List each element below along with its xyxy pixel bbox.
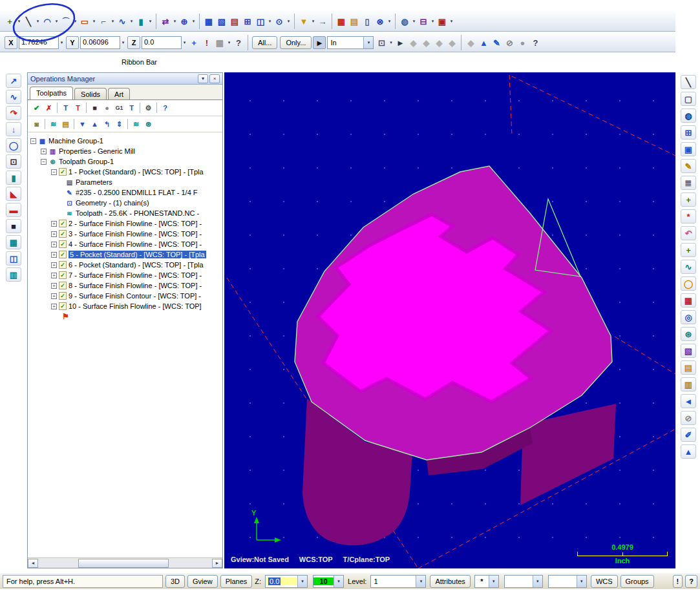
dropdown-arrow-icon[interactable]: ▾ xyxy=(430,19,436,24)
toolpath-circle-button[interactable]: ⊛ xyxy=(142,118,154,130)
reset-ops-button[interactable]: ✗ xyxy=(43,102,55,114)
solid-view-button[interactable]: ▮ xyxy=(6,171,21,185)
panel-menu-button[interactable]: ▾ xyxy=(198,74,208,83)
lock-button[interactable]: ◙ xyxy=(30,118,43,130)
groups-button[interactable]: Groups xyxy=(620,575,654,588)
line-width-select[interactable]: ▾ xyxy=(548,575,587,588)
expand-expander[interactable]: + xyxy=(51,231,57,237)
disable-button[interactable]: ⊘ xyxy=(681,411,696,425)
sketch-line-button[interactable]: ╲ xyxy=(681,75,696,89)
viewsheet-button[interactable]: ⊡ xyxy=(6,154,21,169)
create-surface-button[interactable]: ▮ xyxy=(134,15,147,28)
dropdown-arrow-icon[interactable]: ▾ xyxy=(411,19,417,24)
regenerate-button[interactable]: * xyxy=(681,209,696,224)
toolpath-display-button[interactable]: ≋ xyxy=(47,118,59,130)
raise-selection-button[interactable]: ▲ xyxy=(477,36,490,49)
regen-dirty-button[interactable]: T xyxy=(72,102,84,114)
zoom-out-button[interactable]: ↓ xyxy=(6,122,21,136)
tree-item-op-6[interactable]: + ✓ 6 - Pocket (Standard) - [WCS: TOP] -… xyxy=(28,260,222,270)
hatch-button[interactable]: ▧ xyxy=(681,344,696,358)
in-select[interactable]: In▾ xyxy=(327,36,374,49)
config-button[interactable]: ⚙ xyxy=(142,102,154,114)
world-coords-button[interactable]: ⊛ xyxy=(681,327,696,341)
fastpoint-button[interactable]: + xyxy=(187,36,200,49)
screen-grid-button[interactable]: ⊞ xyxy=(241,15,254,28)
ops-help-button[interactable]: ? xyxy=(159,102,171,114)
select-arrow-button[interactable]: → xyxy=(316,15,329,28)
view-options-button[interactable]: ◯ xyxy=(6,138,21,152)
tree-item-machine-group[interactable]: − ▦ Machine Group-1 xyxy=(28,136,222,146)
tree-item-op-10[interactable]: + ✓ 10 - Surface Finish Flowline - [WCS:… xyxy=(28,301,222,311)
dropdown-arrow-icon[interactable]: ▾ xyxy=(147,19,153,24)
screen-blank-button[interactable]: ▦ xyxy=(202,15,215,28)
tree-item-properties[interactable]: + ▥ Properties - Generic Mill xyxy=(28,146,222,156)
dropdown-arrow-icon[interactable]: ▾ xyxy=(449,19,454,24)
screen-statistics-button[interactable]: ▤ xyxy=(228,15,241,28)
backplot-button[interactable]: ■ xyxy=(89,102,101,114)
expand-collapse-button[interactable]: ⇕ xyxy=(113,118,125,130)
expand-expander[interactable]: + xyxy=(51,242,57,247)
create-rectangle-button[interactable]: ▭ xyxy=(78,15,91,28)
insert-arrow-button[interactable]: ↰ xyxy=(101,118,113,130)
tree-item-geometry[interactable]: ⊡ Geometry - (1) chain(s) xyxy=(28,198,222,208)
create-line-button[interactable]: ╲ xyxy=(22,15,35,28)
toolpath-blank-button[interactable]: ≋ xyxy=(130,118,142,130)
prompt-button[interactable]: ! xyxy=(200,36,213,49)
z-input[interactable]: 0.0 xyxy=(142,36,182,49)
tree-item-op-8[interactable]: + ✓ 8 - Surface Finish Flowline - [WCS: … xyxy=(28,280,222,291)
section-view-button[interactable]: ◣ xyxy=(6,187,21,201)
al​ert-button[interactable]: ! xyxy=(673,575,683,588)
scroll-track[interactable] xyxy=(38,559,212,568)
z-depth-input[interactable]: 0.0 ▾ xyxy=(265,575,308,588)
clear-selection-button[interactable]: ⊘ xyxy=(503,36,516,49)
viewsheet-list-button[interactable]: ▥ xyxy=(6,267,21,282)
scroll-right-button[interactable]: ► xyxy=(212,559,222,568)
3d-mode-button[interactable]: 3D xyxy=(165,575,185,588)
tree-item-op-1[interactable]: − ✓ 1 - Pocket (Standard) - [WCS: TOP] -… xyxy=(28,167,222,177)
dropdown-arrow-icon[interactable]: ▾ xyxy=(182,40,187,45)
expand-expander[interactable]: + xyxy=(51,262,57,268)
expand-expander[interactable]: + xyxy=(51,304,57,309)
help-button[interactable]: ? xyxy=(685,575,697,588)
selection-window-button[interactable]: ▢ xyxy=(681,92,696,106)
viewport-canvas[interactable]: Y xyxy=(224,72,675,568)
tree-item-toolpath-file[interactable]: ≋ Toolpath - 25.6K - PHONESTAND.NC - xyxy=(28,208,222,218)
solid-select-edge-button[interactable]: ◆ xyxy=(419,36,432,49)
dropdown-arrow-icon[interactable]: ▾ xyxy=(120,40,126,45)
tab-solids[interactable]: Solids xyxy=(74,88,107,99)
undo-button[interactable]: ↶ xyxy=(681,226,696,240)
copy-ops-button[interactable]: ▤ xyxy=(59,118,72,130)
coord-y-button[interactable]: Y xyxy=(66,36,79,49)
grid-snap-button[interactable]: ▦ xyxy=(213,36,226,49)
select-cursor-button[interactable]: ► xyxy=(394,36,407,49)
dropdown-arrow-icon[interactable]: ▾ xyxy=(286,19,292,24)
tree-item-tool[interactable]: ✎ #235 - 0.2500 ENDMILL1 FLAT - 1/4 F xyxy=(28,187,222,198)
create-arc-button[interactable]: ◠ xyxy=(41,15,54,28)
select-all-ops-button[interactable]: ✔ xyxy=(30,102,43,114)
planes-button[interactable]: Planes xyxy=(220,575,253,588)
expand-expander[interactable]: + xyxy=(51,221,57,227)
collapse-expander[interactable]: − xyxy=(51,169,57,175)
dropdown-arrow-icon[interactable]: ▾ xyxy=(191,19,196,24)
stock-view-button[interactable]: ■ xyxy=(6,219,21,233)
grid-settings-button[interactable]: ▦ xyxy=(335,15,348,28)
collapse-expander[interactable]: − xyxy=(30,138,36,144)
solid-select-all-button[interactable]: ◆ xyxy=(464,36,477,49)
color-selector[interactable]: 10 ▾ xyxy=(313,575,344,588)
panel-title-bar[interactable]: Operations Manager ▾ × xyxy=(28,73,222,85)
tree-item-insert-flag[interactable]: ⚑ xyxy=(28,311,222,322)
point-style-select[interactable]: * ▾ xyxy=(474,575,499,588)
dropdown-arrow-icon[interactable]: ▾ xyxy=(489,576,498,587)
xform-rotate-button[interactable]: ⊕ xyxy=(178,15,191,28)
sort-button[interactable]: ≣ xyxy=(681,176,696,190)
dropdown-arrow-icon[interactable]: ▾ xyxy=(226,40,232,45)
expand-expander[interactable]: + xyxy=(41,149,47,154)
tree-item-op-2[interactable]: + ✓ 2 - Surface Finish Flowline - [WCS: … xyxy=(28,218,222,229)
create-chamfer-button[interactable]: ⌐ xyxy=(97,15,110,28)
expand-expander[interactable]: + xyxy=(51,283,57,289)
dropdown-arrow-icon[interactable]: ▾ xyxy=(363,37,373,48)
verify-button[interactable]: ● xyxy=(101,102,113,114)
horizontal-scrollbar[interactable]: ◄ ► xyxy=(28,557,222,568)
annotate-button[interactable]: ✎ xyxy=(681,159,696,173)
shading-button[interactable]: ◍ xyxy=(398,15,411,28)
